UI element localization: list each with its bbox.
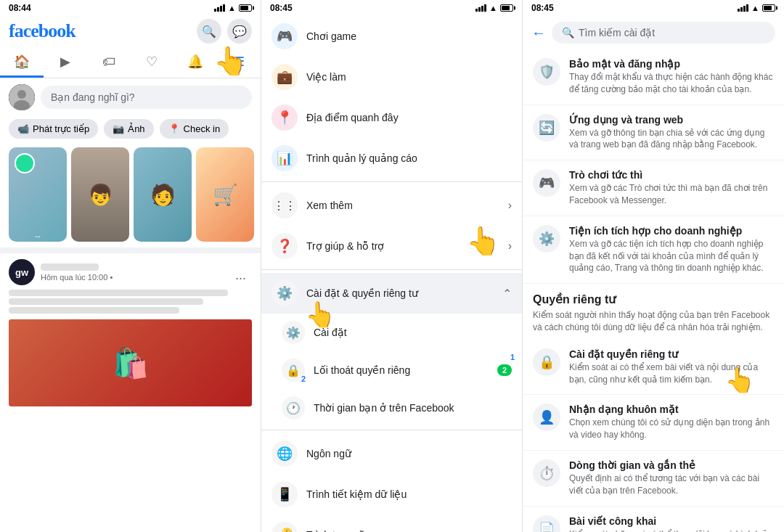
menu-settings-privacy-label: Cài đặt & quyền riêng tư	[306, 287, 494, 299]
more-icon: ⋮⋮	[271, 192, 298, 218]
header-icon-group: 🔍 💬	[197, 19, 252, 44]
submenu-item-settings[interactable]: ⚙️ Cài đặt	[261, 314, 522, 351]
settings-item-security[interactable]: 🛡️ Bảo mật và đăng nhập Thay đổi mật khẩ…	[523, 49, 784, 105]
live-button[interactable]: 📹 Phát trực tiếp	[9, 119, 98, 139]
tab-bell[interactable]: 🔔	[173, 48, 217, 78]
photo-button[interactable]: 📷 Ảnh	[104, 119, 153, 139]
more-options-button[interactable]: ···	[235, 271, 246, 286]
menu-item-jobs[interactable]: 💼 Việc làm	[261, 57, 522, 97]
menu-item-ads[interactable]: 📊 Trình quản lý quảng cáo	[261, 138, 522, 179]
datasaver-icon: 📱	[271, 481, 298, 507]
story-1[interactable]: ...	[9, 147, 67, 242]
wifi-icon-1: ▲	[228, 4, 236, 12]
poster-row: gw Hôm qua lúc 10:00 • ···	[9, 259, 252, 285]
menu-help-label: Trợ giúp & hỗ trợ	[306, 240, 499, 252]
menu-item-language[interactable]: 🌐 Ngôn ngữ	[261, 433, 522, 474]
menu-item-datasaver[interactable]: 📱 Trình tiết kiệm dữ liệu	[261, 474, 522, 515]
photo-label: Ảnh	[128, 123, 144, 134]
submenu-privacy-label: Lối thoát quyền riêng	[314, 364, 489, 376]
settings-item-privacy-settings[interactable]: 🔒 Cài đặt quyền riêng tư Kiểm soát ai có…	[523, 340, 784, 396]
menu-item-game[interactable]: 🎮 Chơi game	[261, 16, 522, 57]
codegen-icon: 🔑	[271, 522, 298, 532]
badge-2: 2	[497, 364, 512, 376]
live-label: Phát trực tiếp	[33, 123, 89, 134]
search-button[interactable]: 🔍	[197, 19, 221, 44]
story-2[interactable]: 👦	[71, 147, 129, 242]
story-4[interactable]: 🛒	[196, 147, 254, 242]
stories-row: ... 👦 🧑 🛒	[0, 144, 261, 247]
poster-info: Hôm qua lúc 10:00 •	[41, 263, 113, 282]
panel-3: 08:45 ▲ ← 🔍 Tìm kiếm cài đặt 🛡️ Bảo mật …	[523, 0, 784, 532]
back-button[interactable]: ←	[531, 25, 546, 41]
messenger-button[interactable]: 💬	[227, 19, 252, 44]
settings-business-text: Tiện ích tích hợp cho doanh nghiệp Xem v…	[569, 225, 774, 274]
settings-list: 🛡️ Bảo mật và đăng nhập Thay đổi mật khẩ…	[523, 49, 784, 532]
apps-icon: 🔄	[533, 114, 560, 142]
privacy-section-desc: Kiểm soát người nhìn thấy hoạt động của …	[523, 309, 784, 340]
settings-item-face-recognition[interactable]: 👤 Nhận dạng khuôn mặt Chọn xem chúng tôi…	[523, 395, 784, 451]
ads-icon: 📊	[271, 145, 298, 171]
battery-icon-1	[239, 4, 252, 12]
status-bar-3: 08:45 ▲	[523, 0, 784, 16]
settings-timeline-desc: Quyết định ai có thể tương tác với bạn v…	[569, 472, 774, 497]
checkin-icon: 📍	[168, 123, 180, 134]
settings-privacy-text: Cài đặt quyền riêng tư Kiểm soát ai có t…	[569, 348, 774, 386]
chevron-down-icon-more: ›	[508, 199, 512, 212]
game-icon: 🎮	[271, 23, 298, 49]
menu-more-label: Xem thêm	[306, 200, 499, 211]
submenu-privacy-icon: 🔒	[282, 359, 305, 382]
settings-face-desc: Chọn xem chúng tôi có sử dụng diện bạn t…	[569, 417, 774, 441]
settings-item-apps[interactable]: 🔄 Ứng dụng và trang web Xem và gỡ thông …	[523, 105, 784, 161]
settings-item-timeline[interactable]: ⏱️ Dòng thời gian và gắn thẻ Quyết định …	[523, 451, 784, 507]
menu-item-settings-privacy[interactable]: ⚙️ Cài đặt & quyền riêng tư ⌃	[261, 273, 522, 314]
menu-datasaver-label: Trình tiết kiệm dữ liệu	[306, 488, 512, 500]
post-text-lines	[9, 290, 252, 314]
submenu-settings-icon: ⚙️	[282, 321, 305, 344]
live-icon: 📹	[17, 123, 29, 134]
menu-ads-label: Trình quản lý quảng cáo	[306, 152, 512, 164]
face-recognition-icon: 👤	[533, 404, 560, 431]
status-bar-1: 08:44 ▲	[0, 0, 261, 16]
settings-public-text: Bài viết công khai Kiểm soát những ai có…	[569, 515, 774, 532]
post-input[interactable]: Bạn đang nghĩ gì?	[41, 86, 252, 109]
signal-icon-2	[475, 4, 486, 12]
signal-icon-3	[738, 4, 748, 12]
tab-heart[interactable]: ♡	[130, 48, 173, 78]
settings-search-input[interactable]: 🔍 Tìm kiếm cài đặt	[552, 22, 775, 44]
menu-game-label: Chơi game	[306, 30, 512, 42]
svg-point-1	[17, 90, 26, 99]
settings-public-title: Bài viết công khai	[569, 515, 774, 527]
settings-games-text: Trò chơi tức thì Xem và gỡ các Trò chơi …	[569, 169, 774, 207]
tab-video[interactable]: ▶	[44, 48, 87, 78]
tab-menu[interactable]: ☰	[217, 48, 261, 78]
settings-item-business[interactable]: ⚙️ Tiện ích tích hợp cho doanh nghiệp Xe…	[523, 216, 784, 284]
tab-marketplace[interactable]: 🏷	[87, 48, 131, 78]
settings-item-games[interactable]: 🎮 Trò chơi tức thì Xem và gỡ các Trò chơ…	[523, 160, 784, 216]
business-icon: ⚙️	[533, 225, 560, 253]
status-icons-1: ▲	[214, 4, 252, 12]
settings-privacy-desc: Kiểm soát ai có thể xem bài viết và nội …	[569, 361, 774, 386]
submenu-item-time[interactable]: 🕐 Thời gian bạn ở trên Facebook	[261, 389, 522, 427]
divider-1	[261, 181, 522, 182]
settings-timeline-text: Dòng thời gian và gắn thẻ Quyết định ai …	[569, 459, 774, 497]
checkin-button[interactable]: 📍 Check in	[160, 119, 229, 139]
panel-2: 08:45 ▲ 🎮 Chơi game 💼 Việc làm 📍 Địa điể…	[261, 0, 523, 532]
settings-games-desc: Xem và gỡ các Trò chơi tức thì mà bạn đã…	[569, 182, 774, 207]
battery-icon-2	[500, 4, 513, 12]
settings-public-desc: Kiểm soát những ai có thể theo dõi bạn v…	[569, 528, 774, 532]
settings-business-title: Tiện ích tích hợp cho doanh nghiệp	[569, 225, 774, 237]
tab-home[interactable]: 🏠	[0, 48, 44, 78]
menu-item-codegen[interactable]: 🔑 Trình tạo mã	[261, 515, 522, 532]
menu-item-more[interactable]: ⋮⋮ Xem thêm ›	[261, 185, 522, 226]
submenu-item-privacy-shortcut[interactable]: 🔒 Lối thoát quyền riêng 2	[261, 351, 522, 389]
public-posts-icon: 📄	[533, 515, 560, 532]
help-icon: ❓	[271, 233, 298, 259]
menu-item-help[interactable]: ❓ Trợ giúp & hỗ trợ ›	[261, 226, 522, 266]
status-bar-2: 08:45 ▲	[261, 0, 522, 16]
menu-item-location[interactable]: 📍 Địa điểm quanh đây	[261, 97, 522, 138]
submenu-settings-label: Cài đặt	[314, 327, 512, 338]
facebook-logo: facebook	[9, 20, 75, 42]
story-3[interactable]: 🧑	[134, 147, 192, 242]
settings-item-public-posts[interactable]: 📄 Bài viết công khai Kiểm soát những ai …	[523, 507, 784, 532]
privacy-section-title: Quyền riêng tư	[523, 284, 784, 309]
